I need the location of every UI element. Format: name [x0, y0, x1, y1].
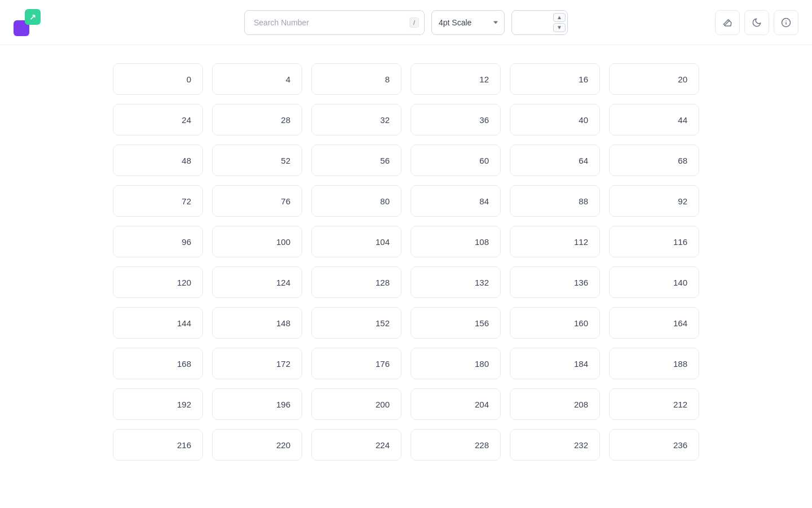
number-cell[interactable]: 48 [113, 144, 203, 176]
search-input[interactable] [244, 10, 425, 35]
number-cell[interactable]: 36 [411, 104, 501, 135]
number-cell[interactable]: 140 [609, 266, 699, 298]
number-cell[interactable]: 88 [510, 185, 600, 217]
number-cell[interactable]: 164 [609, 307, 699, 339]
number-cell[interactable]: 24 [113, 104, 203, 135]
number-cell[interactable]: 52 [212, 144, 302, 176]
search-container: / [244, 10, 425, 35]
number-cell[interactable]: 172 [212, 348, 302, 379]
number-cell[interactable]: 160 [510, 307, 600, 339]
number-cell[interactable]: 228 [411, 429, 501, 461]
number-cell[interactable]: 80 [311, 185, 401, 217]
main-content: 0481216202428323640444852566064687276808… [0, 45, 812, 479]
number-cell[interactable]: 168 [113, 348, 203, 379]
number-cell[interactable]: 20 [609, 63, 699, 95]
number-cell[interactable]: 156 [411, 307, 501, 339]
spinner-up-button[interactable]: ▲ [553, 13, 566, 22]
number-cell[interactable]: 152 [311, 307, 401, 339]
number-cell[interactable]: 92 [609, 185, 699, 217]
number-cell[interactable]: 200 [311, 388, 401, 420]
number-cell[interactable]: 28 [212, 104, 302, 135]
header: / 4pt Scale 8pt Scale 2pt Scale 1000 ▲ ▼ [0, 0, 812, 45]
number-cell[interactable]: 56 [311, 144, 401, 176]
info-button[interactable] [774, 10, 798, 35]
scale-select-wrapper: 4pt Scale 8pt Scale 2pt Scale [431, 10, 505, 35]
logo-area [14, 9, 41, 36]
number-cell[interactable]: 136 [510, 266, 600, 298]
number-cell[interactable]: 44 [609, 104, 699, 135]
number-cell[interactable]: 224 [311, 429, 401, 461]
number-cell[interactable]: 176 [311, 348, 401, 379]
number-cell[interactable]: 212 [609, 388, 699, 420]
search-shortcut-badge: / [409, 17, 419, 28]
app-logo [14, 9, 41, 36]
number-cell[interactable]: 104 [311, 226, 401, 257]
scale-select[interactable]: 4pt Scale 8pt Scale 2pt Scale [431, 10, 505, 35]
number-cell[interactable]: 204 [411, 388, 501, 420]
number-cell[interactable]: 196 [212, 388, 302, 420]
number-cell[interactable]: 96 [113, 226, 203, 257]
number-cell[interactable]: 192 [113, 388, 203, 420]
number-spinner: ▲ ▼ [553, 13, 566, 32]
number-cell[interactable]: 112 [510, 226, 600, 257]
theme-button[interactable] [744, 10, 769, 35]
number-cell[interactable]: 100 [212, 226, 302, 257]
spinner-down-button[interactable]: ▼ [553, 23, 566, 32]
number-cell[interactable]: 216 [113, 429, 203, 461]
number-cell[interactable]: 188 [609, 348, 699, 379]
number-cell[interactable]: 40 [510, 104, 600, 135]
logo-square-front [25, 9, 41, 25]
number-cell[interactable]: 116 [609, 226, 699, 257]
number-cell[interactable]: 84 [411, 185, 501, 217]
number-cell[interactable]: 60 [411, 144, 501, 176]
number-cell[interactable]: 148 [212, 307, 302, 339]
number-cell[interactable]: 68 [609, 144, 699, 176]
number-cell[interactable]: 12 [411, 63, 501, 95]
number-grid: 0481216202428323640444852566064687276808… [113, 63, 699, 461]
number-cell[interactable]: 180 [411, 348, 501, 379]
number-cell[interactable]: 16 [510, 63, 600, 95]
header-actions [715, 10, 798, 35]
number-cell[interactable]: 8 [311, 63, 401, 95]
eraser-button[interactable] [715, 10, 740, 35]
number-cell[interactable]: 128 [311, 266, 401, 298]
number-cell[interactable]: 232 [510, 429, 600, 461]
moon-icon [752, 17, 762, 28]
number-cell[interactable]: 0 [113, 63, 203, 95]
number-cell[interactable]: 108 [411, 226, 501, 257]
number-cell[interactable]: 220 [212, 429, 302, 461]
number-cell[interactable]: 132 [411, 266, 501, 298]
limit-input-wrapper: 1000 ▲ ▼ [511, 10, 568, 35]
number-cell[interactable]: 72 [113, 185, 203, 217]
number-cell[interactable]: 120 [113, 266, 203, 298]
number-cell[interactable]: 208 [510, 388, 600, 420]
number-cell[interactable]: 124 [212, 266, 302, 298]
number-cell[interactable]: 32 [311, 104, 401, 135]
info-icon [781, 17, 791, 28]
eraser-icon [722, 17, 732, 28]
number-cell[interactable]: 184 [510, 348, 600, 379]
number-cell[interactable]: 144 [113, 307, 203, 339]
number-cell[interactable]: 64 [510, 144, 600, 176]
number-cell[interactable]: 236 [609, 429, 699, 461]
number-cell[interactable]: 76 [212, 185, 302, 217]
number-cell[interactable]: 4 [212, 63, 302, 95]
header-center-controls: / 4pt Scale 8pt Scale 2pt Scale 1000 ▲ ▼ [244, 10, 568, 35]
